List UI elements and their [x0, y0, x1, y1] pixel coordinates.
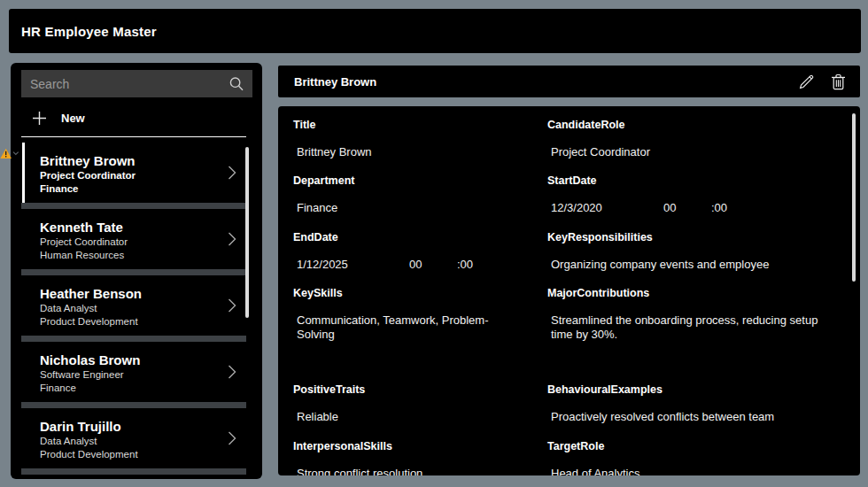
field-label: EndDate [293, 231, 547, 244]
app-title: HR Employee Master [21, 24, 157, 39]
field-value-datetime[interactable]: 12/3/202000:00 [547, 201, 833, 215]
form-field: TitleBrittney Brown [293, 119, 547, 174]
detail-title: Brittney Brown [294, 75, 798, 89]
chevron-right-icon [227, 363, 237, 381]
search-box [21, 70, 252, 97]
form-field: CandidateRoleProject Coordinator [547, 119, 845, 174]
employee-list-item[interactable]: Kenneth TateProject CoordinatorHuman Res… [11, 209, 262, 269]
field-value: Head of Analytics [547, 467, 833, 475]
search-icon[interactable] [229, 76, 244, 92]
list-scrollbar[interactable] [245, 147, 249, 318]
form-field: DepartmentFinance [293, 174, 547, 231]
field-value: Streamlined the onboarding process, redu… [547, 313, 833, 342]
field-value: Organizing company events and employee [547, 258, 833, 272]
form-field: TargetRoleHead of Analytics [547, 440, 845, 475]
field-label: StartDate [547, 174, 845, 187]
field-label: TargetRole [547, 440, 845, 452]
field-value-datetime[interactable]: 1/12/202500:00 [293, 258, 520, 272]
chevron-right-icon [227, 429, 237, 447]
employee-list-item[interactable]: Heather BensonData AnalystProduct Develo… [11, 275, 262, 336]
list-item-divider [21, 203, 246, 209]
list-item-divider [21, 468, 246, 475]
date-value: 12/3/2020 [551, 201, 663, 215]
form-field: BehaviouralExamplesProactively resolved … [547, 383, 845, 440]
form-field: KeySkillsCommunication, Teamwork, Proble… [293, 287, 547, 383]
edit-icon[interactable] [798, 73, 815, 90]
form-field: KeyResponsibilitiesOrganizing company ev… [547, 231, 845, 287]
form-field: StartDate12/3/202000:00 [547, 174, 845, 231]
form-field: EndDate1/12/202500:00 [293, 231, 547, 287]
field-label: KeySkills [293, 287, 547, 299]
app-header: HR Employee Master [9, 9, 861, 53]
field-value: Reliable [293, 410, 520, 424]
detail-form: TitleBrittney BrownCandidateRoleProject … [278, 106, 860, 475]
warning-badge[interactable] [0, 145, 19, 161]
sidebar: New Brittney BrownProject CoordinatorFin… [11, 63, 262, 479]
chevron-down-icon [12, 151, 19, 156]
delete-icon[interactable] [831, 73, 846, 90]
hour-value: 00 [663, 201, 711, 215]
detail-titlebar: Brittney Brown [278, 66, 860, 97]
field-value: Proactively resolved conflicts between t… [547, 410, 833, 424]
sidebar-divider [21, 136, 246, 137]
list-item-divider [21, 336, 246, 342]
chevron-right-icon [227, 230, 237, 248]
list-item-divider [21, 269, 246, 275]
chevron-right-icon [227, 297, 237, 314]
field-value: Communication, Teamwork, Problem-Solving [293, 313, 520, 342]
hour-value: 00 [409, 258, 457, 272]
list-item-divider [21, 402, 246, 408]
field-value: Brittney Brown [293, 145, 520, 159]
field-label: CandidateRole [547, 119, 845, 131]
minute-value: :00 [457, 258, 473, 272]
chevron-right-icon [227, 164, 237, 182]
search-input[interactable] [21, 77, 229, 91]
new-button-label: New [61, 112, 85, 125]
detail-scrollbar[interactable] [852, 113, 856, 282]
field-value: Project Coordinator [547, 145, 833, 159]
field-label: MajorContributions [547, 287, 845, 299]
form-field: InterpersonalSkillsStrong conflict resol… [293, 440, 547, 475]
field-label: Title [293, 119, 547, 131]
employee-list: Brittney BrownProject CoordinatorFinance… [11, 143, 262, 475]
field-label: KeyResponsibilities [547, 231, 845, 244]
employee-list-item[interactable]: Brittney BrownProject CoordinatorFinance [11, 143, 262, 203]
field-label: BehaviouralExamples [547, 383, 845, 396]
employee-list-item[interactable]: Darin TrujilloData AnalystProduct Develo… [11, 408, 262, 468]
form-field: PositiveTraitsReliable [293, 383, 547, 440]
field-label: PositiveTraits [293, 383, 547, 396]
employee-list-item[interactable]: Nicholas BrownSoftware EngineerFinance [11, 342, 262, 402]
date-value: 1/12/2025 [297, 258, 409, 272]
selected-indicator [22, 143, 25, 203]
warning-icon [0, 148, 12, 159]
field-label: InterpersonalSkills [293, 440, 547, 452]
minute-value: :00 [711, 201, 727, 215]
new-button[interactable]: New [21, 104, 85, 131]
field-value: Strong conflict resolution [293, 467, 520, 475]
field-label: Department [293, 174, 547, 187]
form-field: MajorContributionsStreamlined the onboar… [547, 287, 845, 383]
plus-icon [32, 111, 47, 126]
field-value: Finance [293, 201, 520, 215]
